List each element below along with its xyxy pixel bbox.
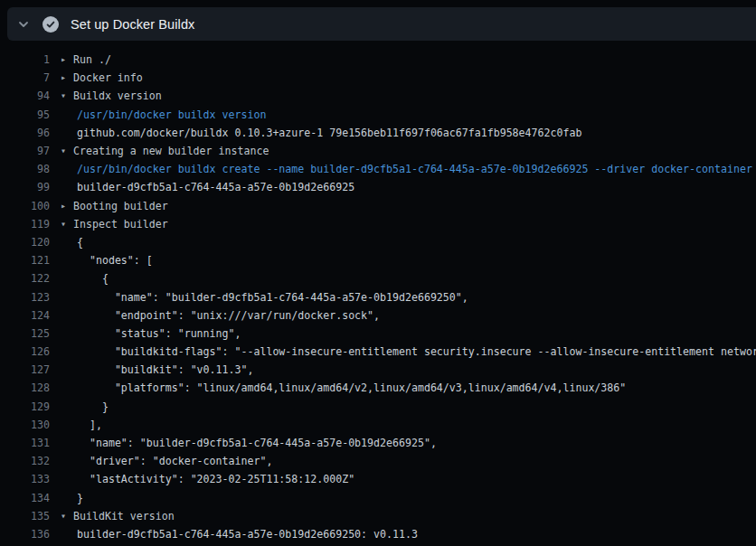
log-line[interactable]: 135▾BuildKit version — [0, 507, 756, 525]
line-text[interactable]: Booting builder — [73, 200, 168, 212]
fold-expanded-icon[interactable]: ▾ — [61, 215, 73, 233]
line-text: } — [73, 400, 109, 413]
line-number[interactable]: 1 — [0, 53, 50, 66]
log-line: 129 } — [0, 398, 756, 416]
line-number[interactable]: 132 — [0, 455, 50, 467]
line-number[interactable]: 134 — [0, 492, 50, 504]
line-number[interactable]: 97 — [0, 145, 50, 157]
log-line: 127 "buildkit": "v0.11.3", — [0, 361, 756, 379]
fold-collapsed-icon[interactable]: ▸ — [61, 69, 73, 87]
fold-expanded-icon[interactable]: ▾ — [61, 142, 73, 160]
log-line: 132 "driver": "docker-container", — [0, 452, 756, 470]
log-line: 125 "status": "running", — [0, 325, 756, 343]
line-text: /usr/bin/docker buildx create --name bui… — [73, 163, 752, 175]
line-number[interactable]: 127 — [0, 363, 50, 376]
line-text: builder-d9cfb5a1-c764-445a-a57e-0b19d2e6… — [73, 528, 418, 541]
line-text: builder-d9cfb5a1-c764-445a-a57e-0b19d2e6… — [73, 181, 354, 193]
log-line: 130 ], — [0, 416, 756, 434]
line-number[interactable]: 125 — [0, 327, 50, 340]
line-text: github.com/docker/buildx 0.10.3+azure-1 … — [73, 127, 581, 139]
log-line[interactable]: 100▸Booting builder — [0, 197, 756, 215]
fold-expanded-icon[interactable]: ▾ — [61, 507, 73, 525]
line-number[interactable]: 123 — [0, 291, 50, 304]
log-line: 136builder-d9cfb5a1-c764-445a-a57e-0b19d… — [0, 525, 756, 543]
log-line: 95/usr/bin/docker buildx version — [0, 106, 756, 124]
fold-expanded-icon[interactable]: ▾ — [61, 87, 73, 105]
log-line: 133 "lastActivity": "2023-02-25T11:58:12… — [0, 470, 756, 488]
log-line[interactable]: 119▾Inspect builder — [0, 215, 756, 233]
line-text: "nodes": [ — [73, 254, 153, 267]
line-number[interactable]: 96 — [0, 127, 50, 139]
log-line: 99builder-d9cfb5a1-c764-445a-a57e-0b19d2… — [0, 178, 756, 196]
log-line: 123 "name": "builder-d9cfb5a1-c764-445a-… — [0, 287, 756, 306]
line-text[interactable]: Docker info — [73, 71, 143, 84]
line-text: "lastActivity": "2023-02-25T11:58:12.000… — [73, 473, 354, 485]
line-text: } — [73, 492, 83, 504]
line-number[interactable]: 100 — [0, 200, 50, 212]
log-line[interactable]: 97▾Creating a new builder instance — [0, 142, 756, 160]
fold-collapsed-icon[interactable]: ▸ — [61, 51, 73, 69]
log-line: 98/usr/bin/docker buildx create --name b… — [0, 160, 756, 178]
step-title: Set up Docker Buildx — [71, 17, 194, 32]
line-number[interactable]: 119 — [0, 218, 50, 231]
line-text[interactable]: BuildKit version — [73, 510, 175, 522]
line-number[interactable]: 130 — [0, 419, 50, 431]
line-text: "driver": "docker-container", — [73, 455, 272, 467]
log-line: 131 "name": "builder-d9cfb5a1-c764-445a-… — [0, 434, 756, 452]
line-text: "platforms": "linux/amd64,linux/amd64/v2… — [73, 381, 626, 394]
log-line: 134} — [0, 489, 756, 507]
line-number[interactable]: 99 — [0, 181, 50, 193]
line-number[interactable]: 135 — [0, 510, 50, 522]
line-text: "buildkitd-flags": "--allow-insecure-ent… — [73, 345, 756, 358]
line-number[interactable]: 120 — [0, 236, 50, 249]
line-text: "name": "builder-d9cfb5a1-c764-445a-a57e… — [73, 291, 468, 304]
line-text[interactable]: Buildx version — [73, 89, 162, 102]
log-line: 124 "endpoint": "unix:///var/run/docker.… — [0, 306, 756, 325]
line-text[interactable]: Run ./ — [73, 53, 111, 66]
line-number[interactable]: 133 — [0, 473, 50, 485]
line-text: "status": "running", — [73, 327, 241, 340]
line-text[interactable]: Creating a new builder instance — [73, 145, 269, 157]
log-line: 128 "platforms": "linux/amd64,linux/amd6… — [0, 379, 756, 397]
line-text: { — [73, 272, 109, 285]
line-text: "name": "builder-d9cfb5a1-c764-445a-a57e… — [73, 437, 437, 449]
step-header[interactable]: Set up Docker Buildx — [7, 7, 756, 41]
line-text: "endpoint": "unix:///var/run/docker.sock… — [73, 309, 380, 322]
line-number[interactable]: 128 — [0, 381, 50, 394]
log-line: 96github.com/docker/buildx 0.10.3+azure-… — [0, 124, 756, 142]
log-line: 122 { — [0, 269, 756, 287]
line-number[interactable]: 121 — [0, 254, 50, 267]
line-text: { — [73, 236, 83, 249]
log-line: 120{ — [0, 233, 756, 251]
line-number[interactable]: 124 — [0, 309, 50, 322]
log-line: 121 "nodes": [ — [0, 251, 756, 269]
line-text[interactable]: Inspect builder — [73, 218, 168, 231]
line-number[interactable]: 136 — [0, 528, 50, 541]
line-text: ], — [73, 419, 102, 431]
log-viewer: 1▸Run ./7▸Docker info94▾Buildx version95… — [0, 51, 756, 543]
line-number[interactable]: 126 — [0, 345, 50, 358]
line-text: /usr/bin/docker buildx version — [73, 108, 266, 121]
log-line[interactable]: 7▸Docker info — [0, 69, 756, 87]
check-circle-icon — [43, 16, 59, 33]
chevron-down-icon[interactable] — [16, 17, 31, 32]
line-text: "buildkit": "v0.11.3", — [73, 363, 253, 376]
line-number[interactable]: 94 — [0, 89, 50, 102]
line-number[interactable]: 98 — [0, 163, 50, 175]
fold-collapsed-icon[interactable]: ▸ — [61, 197, 73, 215]
line-number[interactable]: 95 — [0, 108, 50, 121]
line-number[interactable]: 7 — [0, 71, 50, 84]
line-number[interactable]: 129 — [0, 400, 50, 413]
line-number[interactable]: 131 — [0, 437, 50, 449]
log-line[interactable]: 1▸Run ./ — [0, 51, 756, 69]
line-number[interactable]: 122 — [0, 272, 50, 285]
log-line: 126 "buildkitd-flags": "--allow-insecure… — [0, 343, 756, 361]
log-line[interactable]: 94▾Buildx version — [0, 87, 756, 105]
